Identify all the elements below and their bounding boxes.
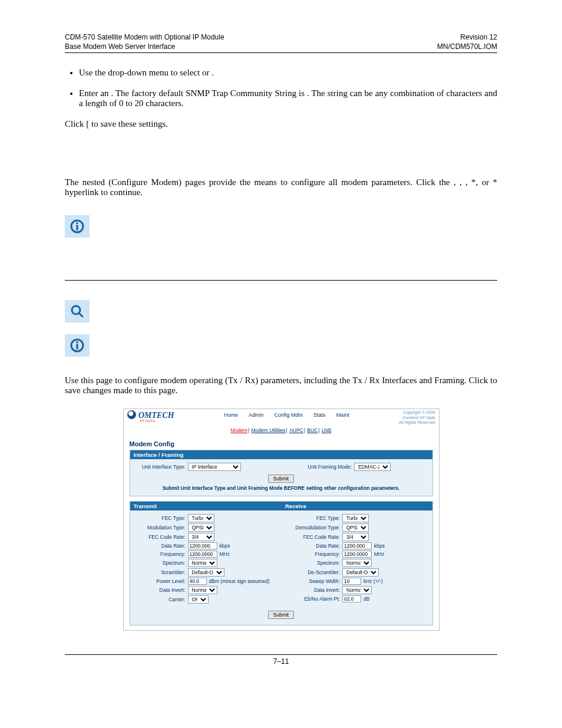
rx-freq-input[interactable] — [342, 551, 372, 558]
submit-button-1[interactable]: Submit — [268, 475, 294, 483]
rx-rate-input[interactable] — [342, 542, 372, 549]
rx-header: Receive — [277, 503, 429, 509]
tx-rate-input[interactable] — [188, 542, 217, 549]
header-left-2: Base Modem Web Server Interface — [65, 42, 224, 51]
tx-code-label: FEC Code Rate: — [134, 534, 188, 540]
rx-fec-select[interactable]: Turbo — [342, 514, 369, 522]
if-right-label: Unit Framing Mode: — [281, 464, 354, 470]
tab-home[interactable]: Home — [224, 412, 238, 418]
subtab-lnb[interactable]: LNB — [322, 427, 332, 433]
tx-rate-unit: kbps — [220, 543, 230, 549]
modem-config-screenshot: OMTECH EF DATA Home Admin Config Mdm Sta… — [123, 409, 439, 630]
page-number: 7–11 — [65, 657, 497, 666]
tx-pwr-label: Power Level: — [134, 578, 188, 584]
tx-header: Transmit — [134, 503, 277, 509]
tab-stats[interactable]: Stats — [313, 412, 326, 418]
rx-inv-label: Data Invert: — [281, 587, 342, 593]
tx-inv-label: Data Invert: — [134, 587, 188, 593]
header-left-1: CDM-570 Satellite Modem with Optional IP… — [65, 32, 224, 42]
copyright-3: All Rights Reserved — [399, 420, 435, 425]
unit-interface-type-select[interactable]: IP Interface — [188, 463, 241, 471]
footer-rule — [65, 654, 497, 655]
subtab-utilities[interactable]: Modem Utilities — [251, 427, 285, 433]
if-left-label: Unit Interface Type: — [134, 464, 188, 470]
subtab-buc[interactable]: BUC — [307, 427, 318, 433]
subtab-modem[interactable]: Modem — [231, 427, 247, 433]
svg-rect-7 — [76, 344, 78, 350]
tx-freq-label: Frequency: — [134, 551, 188, 557]
tx-car-label: Carrier: — [134, 597, 188, 602]
tab-config-mdm[interactable]: Config Mdm — [275, 412, 303, 418]
rx-eb-input[interactable] — [342, 595, 361, 602]
panel-title: Modem Config — [124, 437, 439, 450]
tx-freq-input[interactable] — [188, 551, 217, 558]
tx-spec-label: Spectrum: — [134, 560, 188, 566]
tx-code-select[interactable]: 3/4 — [188, 533, 214, 541]
svg-point-6 — [76, 341, 78, 344]
tx-scr-select[interactable]: Default-On — [188, 568, 224, 577]
nested-paragraph: The nested (Configure Modem) pages provi… — [65, 177, 497, 197]
tx-pwr-unit: dBm (minus sign assumed) — [209, 578, 270, 584]
rx-freq-label: Frequency: — [281, 551, 342, 557]
rx-rate-unit: kbps — [374, 543, 385, 549]
rx-rate-label: Data Rate: — [281, 543, 342, 549]
tx-car-select[interactable]: ON — [188, 595, 209, 604]
tab-maint[interactable]: Maint — [336, 412, 349, 418]
info-icon — [65, 215, 90, 238]
rx-sw-label: Sweep Width: — [281, 578, 342, 584]
magnifier-icon — [65, 300, 90, 322]
tx-pwr-input[interactable] — [188, 578, 207, 585]
rx-inv-select[interactable]: Normal — [342, 586, 372, 594]
click-save-line: Click [ to save these settings. — [65, 119, 497, 129]
rx-code-select[interactable]: 3/4 — [342, 533, 369, 541]
use-page-paragraph: Use this page to configure modem operati… — [65, 375, 497, 396]
header-right-1: Revision 12 — [437, 32, 497, 42]
svg-rect-2 — [76, 225, 78, 230]
copyright-2: Comtech EF Data — [399, 416, 435, 420]
if-note: Submit Unit Interface Type and Unit Fram… — [134, 485, 429, 491]
if-header: Interface / Framing — [134, 452, 429, 458]
tx-scr-label: Scrambler: — [134, 569, 188, 575]
tx-fec-select[interactable]: Turbo — [188, 514, 214, 522]
tx-fec-label: FEC Type: — [134, 515, 188, 521]
tx-spec-select[interactable]: Normal — [188, 559, 217, 567]
header-right-2: MN/CDM570L.IOM — [437, 42, 497, 51]
rx-sw-unit: kHz (+/-) — [363, 578, 383, 584]
tab-admin[interactable]: Admin — [249, 412, 264, 418]
rx-scr-label: De-Scrambler: — [281, 569, 342, 575]
logo: OMTECH EF DATA — [127, 410, 174, 423]
submit-button-2[interactable]: Submit — [268, 611, 294, 619]
rx-scr-select[interactable]: Default-On — [342, 568, 379, 577]
rx-spec-select[interactable]: Normal — [342, 559, 372, 567]
copyright-1: Copyright © 2004 — [399, 410, 435, 415]
rx-freq-unit: MHz — [374, 551, 384, 557]
rx-mod-select[interactable]: QPSK — [342, 523, 369, 532]
rx-fec-label: FEC Type: — [281, 515, 342, 521]
header-rule — [65, 52, 497, 53]
rx-eb-label: Eb/No Alarm Pt: — [281, 596, 342, 602]
rx-sw-input[interactable] — [342, 578, 361, 585]
tx-mod-label: Modulation Type: — [134, 525, 188, 531]
mid-rule — [65, 280, 497, 281]
rx-mod-label: Demodulation Type: — [281, 525, 342, 531]
rx-code-label: FEC Code Rate: — [281, 534, 342, 540]
tx-freq-unit: MHz — [220, 551, 230, 557]
tx-inv-select[interactable]: Normal — [188, 586, 217, 594]
tx-mod-select[interactable]: QPSK — [188, 523, 214, 532]
rx-eb-unit: dB — [363, 596, 369, 602]
bullet-1: Use the drop-down menu to select or . — [79, 68, 497, 78]
rx-spec-label: Spectrum: — [281, 560, 342, 566]
bullet-2: Enter an . The factory default SNMP Trap… — [79, 88, 497, 108]
tx-rate-label: Data Rate: — [134, 543, 188, 549]
svg-point-1 — [76, 222, 78, 225]
unit-framing-mode-select[interactable]: EDMAC-2 — [354, 463, 391, 471]
info-icon-2 — [65, 334, 90, 357]
svg-line-4 — [79, 313, 82, 317]
subtab-aupc[interactable]: AUPC — [289, 427, 303, 433]
